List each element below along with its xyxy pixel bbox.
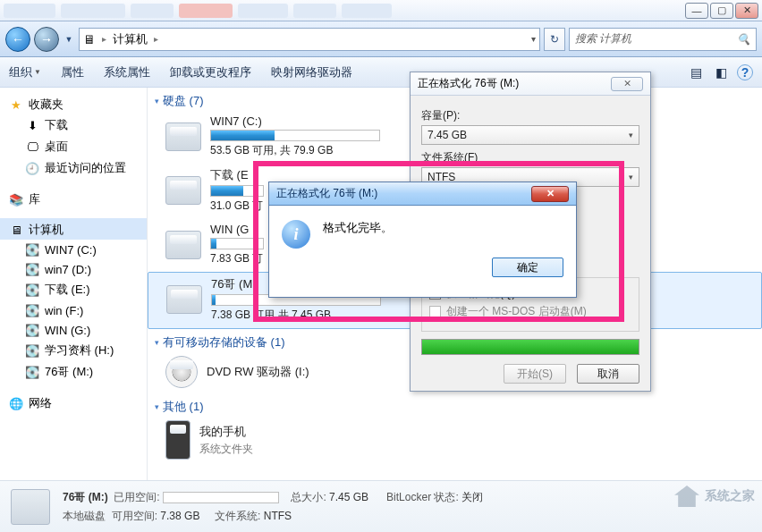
toolbar-properties[interactable]: 属性 xyxy=(61,64,84,80)
window-minimize-button[interactable]: — xyxy=(685,3,708,19)
help-button[interactable]: ? xyxy=(737,64,753,80)
section-other[interactable]: ▾其他 (1) xyxy=(148,393,762,417)
breadcrumb-sep-icon: ▸ xyxy=(151,34,161,44)
dvd-icon xyxy=(165,356,198,388)
sidebar: ★收藏夹 ⬇下载 🖵桌面 🕘最近访问的位置 📚库 🖥计算机 💽WIN7 (C:)… xyxy=(0,88,148,480)
download-icon: ⬇ xyxy=(25,118,39,132)
drive-name: DVD RW 驱动器 (I:) xyxy=(207,364,309,380)
sidebar-item-drive-f[interactable]: 💽win (F:) xyxy=(0,300,147,320)
window-close-button[interactable]: ✕ xyxy=(735,3,758,19)
breadcrumb-location[interactable]: 计算机 xyxy=(113,31,148,47)
format-cancel-button[interactable]: 取消 xyxy=(577,364,639,384)
drive-icon: 💽 xyxy=(25,323,39,337)
nav-back-button[interactable]: ← xyxy=(5,27,30,52)
details-name: 76哥 (M:) xyxy=(63,491,108,503)
sidebar-item-drive-h[interactable]: 💽学习资料 (H:) xyxy=(0,340,147,361)
sidebar-item-desktop[interactable]: 🖵桌面 xyxy=(0,136,147,157)
nav-history-dropdown[interactable]: ▼ xyxy=(63,35,75,44)
msgbox-title: 正在格式化 76哥 (M:) xyxy=(276,186,377,201)
sidebar-item-recent[interactable]: 🕘最近访问的位置 xyxy=(0,157,147,179)
expand-icon: ▾ xyxy=(155,338,159,347)
details-pane: 76哥 (M:) 已用空间: 总大小: 7.45 GB BitLocker 状态… xyxy=(0,480,762,532)
usage-bar xyxy=(210,130,380,141)
phone-sub: 系统文件夹 xyxy=(199,442,253,457)
computer-icon: 🖥 xyxy=(9,223,23,237)
library-icon: 📚 xyxy=(9,192,23,207)
star-icon: ★ xyxy=(9,97,23,112)
format-progress xyxy=(421,339,639,355)
drive-icon: 💽 xyxy=(25,262,39,276)
sidebar-libraries[interactable]: 📚库 xyxy=(0,188,147,209)
msgbox-ok-button[interactable]: 确定 xyxy=(492,258,563,277)
phone-name: 我的手机 xyxy=(199,424,253,440)
expand-icon: ▾ xyxy=(155,97,159,106)
drive-icon xyxy=(166,285,202,314)
recent-icon: 🕘 xyxy=(25,161,39,175)
sidebar-computer[interactable]: 🖥计算机 xyxy=(0,218,147,240)
msgbox-titlebar[interactable]: 正在格式化 76哥 (M:) ✕ xyxy=(269,182,576,206)
sidebar-item-downloads[interactable]: ⬇下载 xyxy=(0,114,147,136)
desktop-icon: 🖵 xyxy=(25,139,39,154)
toolbar-organize[interactable]: 组织▼ xyxy=(9,64,41,80)
network-icon: 🌐 xyxy=(9,396,23,410)
watermark: 系统之家 xyxy=(674,486,755,507)
browser-tabbar: — ▢ ✕ xyxy=(0,0,762,21)
drive-free: 53.5 GB 可用, 共 79.9 GB xyxy=(210,143,380,158)
capacity-label: 容量(P): xyxy=(421,108,639,123)
toolbar-map-network-drive[interactable]: 映射网络驱动器 xyxy=(271,64,352,80)
window-maximize-button[interactable]: ▢ xyxy=(710,3,733,19)
search-icon: 🔍 xyxy=(737,33,750,46)
preview-pane-button[interactable]: ◧ xyxy=(712,63,730,81)
sidebar-item-drive-c[interactable]: 💽WIN7 (C:) xyxy=(0,240,147,259)
sidebar-favorites[interactable]: ★收藏夹 xyxy=(0,93,147,114)
sidebar-network[interactable]: 🌐网络 xyxy=(0,392,147,413)
phone-icon xyxy=(165,420,190,460)
message-box: 正在格式化 76哥 (M:) ✕ i 格式化完毕。 确定 xyxy=(268,182,577,298)
drive-icon: 💽 xyxy=(25,242,39,257)
drive-icon xyxy=(165,176,201,205)
drive-icon xyxy=(11,489,50,525)
info-icon: i xyxy=(282,220,310,249)
toolbar-system-properties[interactable]: 系统属性 xyxy=(104,64,150,80)
sidebar-item-drive-m[interactable]: 💽76哥 (M:) xyxy=(0,361,147,383)
drive-icon: 💽 xyxy=(25,343,39,358)
breadcrumb-sep-icon: ▸ xyxy=(99,34,109,44)
search-placeholder: 搜索 计算机 xyxy=(575,31,631,46)
view-mode-button[interactable]: ▤ xyxy=(687,63,705,81)
refresh-button[interactable]: ↻ xyxy=(544,28,565,51)
msgbox-close-button[interactable]: ✕ xyxy=(531,186,569,202)
chevron-down-icon: ▼ xyxy=(34,68,41,76)
addr-dropdown-icon[interactable]: ▾ xyxy=(531,34,536,44)
chevron-down-icon: ▾ xyxy=(629,131,633,139)
drive-name: WIN7 (C:) xyxy=(210,114,380,128)
toolbar-uninstall[interactable]: 卸载或更改程序 xyxy=(170,64,251,80)
house-icon xyxy=(674,486,699,507)
msgbox-message: 格式化完毕。 xyxy=(323,220,393,249)
nav-row: ← → ▼ 🖥 ▸ 计算机 ▸ ▾ ↻ 搜索 计算机 🔍 xyxy=(0,21,762,57)
drive-icon xyxy=(165,122,201,151)
drive-icon: 💽 xyxy=(25,283,39,297)
details-used-bar xyxy=(163,492,279,503)
computer-icon: 🖥 xyxy=(83,32,96,46)
chevron-down-icon: ▾ xyxy=(629,173,633,182)
drive-icon: 💽 xyxy=(25,365,39,379)
nav-forward-button[interactable]: → xyxy=(34,27,59,52)
sidebar-item-drive-g[interactable]: 💽WIN (G:) xyxy=(0,320,147,340)
format-dialog-close-button[interactable]: ⨯ xyxy=(611,77,643,91)
drive-phone[interactable]: 我的手机 系统文件夹 xyxy=(148,417,762,465)
sidebar-item-drive-d[interactable]: 💽win7 (D:) xyxy=(0,259,147,279)
format-dialog-title: 正在格式化 76哥 (M:) xyxy=(418,76,519,91)
expand-icon: ▾ xyxy=(155,402,159,411)
search-input[interactable]: 搜索 计算机 🔍 xyxy=(569,28,757,51)
format-dialog-titlebar[interactable]: 正在格式化 76哥 (M:) ⨯ xyxy=(411,72,650,96)
drive-icon: 💽 xyxy=(25,303,39,317)
capacity-select[interactable]: 7.45 GB▾ xyxy=(421,125,639,145)
address-bar[interactable]: 🖥 ▸ 计算机 ▸ ▾ xyxy=(79,28,540,51)
format-start-button: 开始(S) xyxy=(504,364,566,384)
drive-icon xyxy=(165,231,201,259)
sidebar-item-drive-e[interactable]: 💽下载 (E:) xyxy=(0,279,147,300)
